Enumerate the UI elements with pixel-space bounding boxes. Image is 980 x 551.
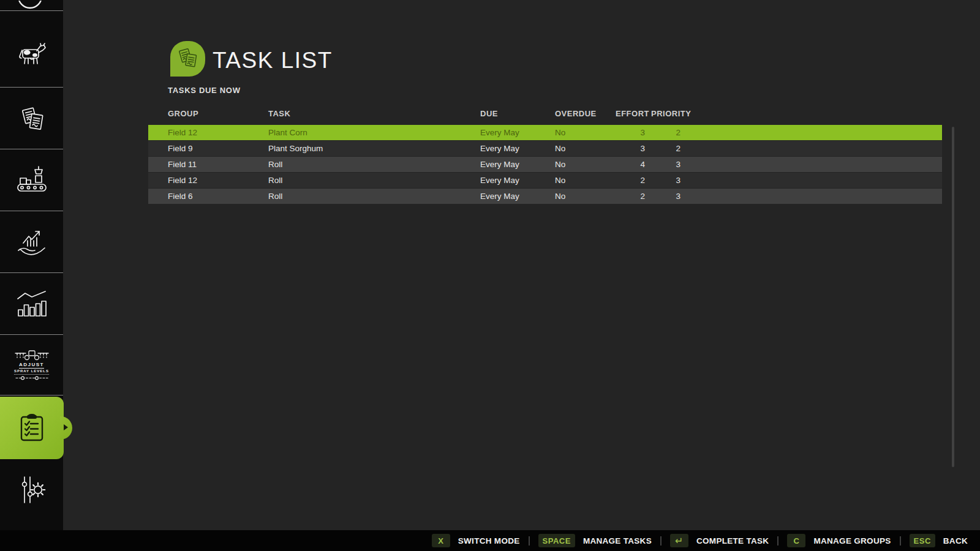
sidebar-divider: [0, 149, 63, 149]
sidebar-item-spray-levels[interactable]: ADJUST SPRAY LEVELS: [0, 348, 63, 382]
section-label: TASKS DUE NOW: [168, 86, 241, 95]
cell-effort: 3: [616, 128, 651, 137]
sidebar-item-contracts[interactable]: [0, 103, 63, 133]
cell-task: Roll: [268, 160, 480, 169]
sidebar-item-animals[interactable]: [0, 38, 63, 72]
sidebar-item-production[interactable]: [0, 164, 63, 195]
column-header-overdue: OVERDUE: [555, 109, 616, 118]
cell-group: Field 11: [168, 160, 268, 169]
cell-priority: 3: [651, 176, 687, 185]
cell-priority: 2: [651, 144, 687, 153]
cell-overdue: No: [555, 176, 616, 185]
sidebar-item-task-list[interactable]: [0, 397, 64, 459]
key-c: C: [787, 534, 805, 547]
key-x: X: [432, 534, 450, 547]
enter-key-icon: ↵: [670, 534, 688, 547]
sidebar-divider: [0, 272, 63, 273]
cell-priority: 3: [651, 160, 687, 169]
cell-task: Plant Corn: [268, 128, 480, 137]
shortcut-label: COMPLETE TASK: [696, 536, 769, 545]
sidebar-divider: [0, 395, 63, 395]
task-list-screen: ADJUST SPRAY LEVELS: [0, 0, 980, 551]
page-title: TASK LIST: [213, 48, 333, 73]
cell-group: Field 9: [168, 144, 268, 153]
cell-due: Every May: [480, 144, 555, 153]
cell-due: Every May: [480, 192, 555, 201]
cell-group: Field 12: [168, 128, 268, 137]
cell-task: Roll: [268, 176, 480, 185]
table-row[interactable]: Field 9 Plant Sorghum Every May No 3 2: [148, 141, 942, 156]
bar-chart-icon: [15, 290, 48, 318]
table-row[interactable]: Field 12 Plant Corn Every May No 3 2: [148, 125, 942, 140]
key-esc: ESC: [910, 534, 935, 547]
table-row[interactable]: Field 11 Roll Every May No 4 3: [148, 157, 942, 172]
sidebar: ADJUST SPRAY LEVELS: [0, 0, 63, 530]
column-header-task: TASK: [268, 109, 480, 118]
shortcut-separator: [900, 536, 901, 545]
clipboard-icon: [18, 412, 46, 444]
column-header-group: GROUP: [168, 109, 268, 118]
cell-group: Field 6: [168, 192, 268, 201]
cell-task: Plant Sorghum: [268, 144, 480, 153]
shortcut-complete-task[interactable]: ↵ COMPLETE TASK: [670, 534, 769, 547]
documents-icon: [175, 45, 202, 72]
shortcut-label: MANAGE TASKS: [583, 536, 652, 545]
shortcut-switch-mode[interactable]: X SWITCH MODE: [432, 534, 520, 547]
partial-circle-icon: [0, 1, 63, 10]
production-line-icon: [16, 165, 48, 193]
cell-effort: 3: [616, 144, 651, 153]
column-header-effort: EFFORT: [616, 109, 651, 118]
cell-effort: 2: [616, 192, 651, 201]
sidebar-divider: [0, 211, 63, 211]
cell-effort: 4: [616, 160, 651, 169]
cell-due: Every May: [480, 160, 555, 169]
shortcut-bar: X SWITCH MODE SPACE MANAGE TASKS ↵ COMPL…: [0, 530, 980, 551]
table-row[interactable]: Field 12 Roll Every May No 2 3: [148, 173, 942, 188]
cell-overdue: No: [555, 128, 616, 137]
sidebar-item-settings[interactable]: [0, 474, 63, 506]
cell-overdue: No: [555, 192, 616, 201]
scrollbar-thumb[interactable]: [952, 127, 954, 467]
sprayer-icon: ADJUST SPRAY LEVELS: [13, 349, 50, 381]
cow-icon: [16, 42, 48, 68]
shortcut-label: SWITCH MODE: [458, 536, 520, 545]
cell-task: Roll: [268, 192, 480, 201]
cell-due: Every May: [480, 176, 555, 185]
cell-effort: 2: [616, 176, 651, 185]
shortcut-separator: [777, 536, 778, 545]
key-space: SPACE: [538, 534, 575, 547]
sidebar-selected-arrow-icon: [64, 424, 68, 430]
cell-group: Field 12: [168, 176, 268, 185]
sidebar-divider: [0, 87, 63, 88]
cell-due: Every May: [480, 128, 555, 137]
page-title-icon: [170, 41, 205, 77]
sidebar-item-finances[interactable]: [0, 227, 63, 258]
cell-overdue: No: [555, 144, 616, 153]
table-header: GROUP TASK DUE OVERDUE EFFORT PRIORITY: [148, 108, 942, 118]
column-header-due: DUE: [480, 109, 555, 118]
sidebar-item-top-partial[interactable]: [0, 0, 63, 10]
hand-chart-icon: [15, 227, 48, 258]
column-header-priority: PRIORITY: [651, 109, 687, 118]
shortcut-label: BACK: [943, 536, 968, 545]
sprayer-label-top: ADJUST: [19, 362, 44, 369]
table-row[interactable]: Field 6 Roll Every May No 2 3: [148, 189, 942, 204]
sidebar-divider: [0, 334, 63, 335]
cell-priority: 2: [651, 128, 687, 137]
shortcut-manage-groups[interactable]: C MANAGE GROUPS: [787, 534, 891, 547]
sidebar-item-statistics[interactable]: [0, 288, 63, 320]
sprayer-label-bottom: SPRAY LEVELS: [14, 369, 49, 375]
shortcut-separator: [529, 536, 530, 545]
shortcut-separator: [660, 536, 662, 545]
sliders-gear-icon: [17, 474, 47, 506]
cell-overdue: No: [555, 160, 616, 169]
shortcut-back[interactable]: ESC BACK: [910, 534, 968, 547]
shortcut-manage-tasks[interactable]: SPACE MANAGE TASKS: [538, 534, 652, 547]
sidebar-divider: [0, 10, 63, 11]
cell-priority: 3: [651, 192, 687, 201]
documents-icon: [17, 103, 47, 133]
shortcut-label: MANAGE GROUPS: [813, 536, 891, 545]
task-table: GROUP TASK DUE OVERDUE EFFORT PRIORITY F…: [148, 108, 942, 204]
